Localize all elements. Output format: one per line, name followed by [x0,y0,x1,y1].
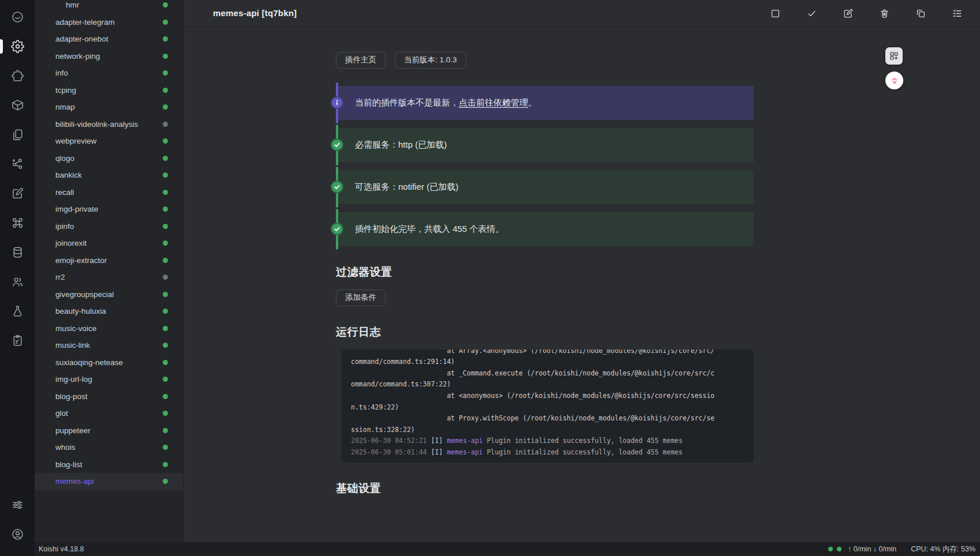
plugin-name: suxiaoqing-netease [55,358,163,367]
graph-icon[interactable] [0,149,35,179]
plugin-status-dot [163,2,168,7]
add-condition-button[interactable]: 添加条件 [336,290,386,306]
plugin-name: glot [55,409,163,418]
plugin-list-item[interactable]: info [35,65,183,82]
floating-avatar[interactable] [885,72,903,89]
plugin-list-item[interactable]: givegroupspecial [35,286,183,303]
status-bar-right: ↑ 0/min ↓ 0/min CPU: 4% 内存: 53% [828,544,975,554]
header-toolbar [765,0,967,27]
save-config-button[interactable] [801,3,822,24]
log-console[interactable]: at Array.<anonymous> (/root/koishi/node_… [342,350,754,463]
puzzle-icon[interactable] [0,61,35,91]
plugin-list-item[interactable]: music-link [35,337,183,354]
plugin-status-dot [163,292,168,297]
plugin-name: adapter-onebot [55,35,163,43]
main-header: memes-api [tq7bkn] [184,0,980,27]
alert-text: 当前的插件版本不是最新，点击前往依赖管理。 [355,97,537,108]
pages-icon[interactable] [0,120,35,149]
rail-bottom-items [0,490,35,556]
plugin-list-item[interactable]: tcping [35,82,183,99]
dependency-manager-link[interactable]: 点击前往依赖管理 [459,97,528,107]
plugin-name: qlogo [55,154,163,163]
plugin-list-item[interactable]: img-url-log [35,371,183,388]
plugin-list-item[interactable]: bilibili-videolink-analysis [35,116,183,133]
plugin-name: ipinfo [55,222,163,231]
bot-status-dot[interactable] [837,547,841,551]
plugin-list-item[interactable]: bankick [35,167,183,184]
plugin-list-item[interactable]: hmr [35,0,183,14]
plugin-list-item[interactable]: webpreview [35,133,183,150]
plugin-name: music-link [55,341,163,350]
remove-plugin-button[interactable] [874,3,895,24]
edit-square-icon[interactable] [0,179,35,208]
alert-text-suffix: 。 [528,97,537,107]
required-service-alert: 必需服务：http (已加载) [336,128,754,162]
plugin-list-item[interactable]: network-ping [35,48,183,65]
memory-usage: 内存: 53% [942,545,975,553]
bot-status-dot[interactable] [828,547,833,551]
command-icon[interactable] [0,208,35,238]
plugin-name: imgd-private [55,205,163,213]
plugin-status-dot [163,70,168,76]
plugin-list-item[interactable]: joinorexit [35,235,183,252]
nav-rail [0,0,35,556]
plugin-version-button[interactable]: 当前版本: 1.0.3 [395,52,466,69]
plugin-list-item[interactable]: memes-api [35,473,183,490]
plugin-status-dot [163,462,168,467]
log-line: at Array.<anonymous> (/root/koishi/node_… [351,350,745,357]
plugin-name: blog-list [55,460,163,469]
upload-rate: ↑ 0/min [848,545,871,553]
layout-toggle-button[interactable] [885,47,903,65]
stop-plugin-button[interactable] [765,3,786,24]
plugin-list-item[interactable]: whois [35,439,183,456]
plugin-list-item[interactable]: blog-post [35,388,183,405]
log-console-content: at Array.<anonymous> (/root/koishi/node_… [342,350,754,459]
plugin-status-dot [163,275,168,280]
gear-icon[interactable] [0,32,35,61]
plugin-list-item[interactable]: beauty-huluxia [35,303,183,320]
user-circle-icon[interactable] [0,520,35,549]
plugin-list-item[interactable]: imgd-private [35,201,183,218]
plugin-name: givegroupspecial [55,290,163,299]
clone-plugin-button[interactable] [910,3,931,24]
flask-icon[interactable] [0,296,35,326]
clipboard-check-icon[interactable] [0,326,35,355]
plugin-name: bilibili-videolink-analysis [55,120,163,129]
plugin-name: blog-post [55,392,163,401]
plugin-name: recall [55,188,163,197]
plugin-status-dot [163,428,168,433]
plugin-list-item[interactable]: blog-list [35,456,183,474]
plugin-home-button[interactable]: 插件主页 [336,52,386,69]
plugin-name: adapter-telegram [55,18,163,27]
plugin-list-item[interactable]: nmap [35,99,183,116]
plugin-list-item[interactable]: suxiaoqing-netease [35,354,183,371]
log-line: at <anonymous> (/root/koishi/node_module… [351,390,745,402]
database-icon[interactable] [0,238,35,267]
plugin-list-item[interactable]: emoji-extractor [35,252,183,269]
plugin-status-dot [163,138,168,144]
sliders-icon[interactable] [0,490,35,520]
plugin-status-dot [163,122,168,127]
log-line: n.ts:429:22) [351,402,745,414]
manage-plugin-button[interactable] [947,3,967,24]
rename-plugin-button[interactable] [837,3,858,24]
plugin-status-dot [163,377,168,382]
plugin-list-item[interactable]: recall [35,184,183,201]
plugin-list-item[interactable]: adapter-onebot [35,31,183,48]
run-logs-title: 运行日志 [336,325,754,340]
plugin-name: network-ping [55,52,163,61]
plugin-list-item[interactable]: glot [35,405,183,422]
plugin-status-dot [163,224,168,229]
box-icon[interactable] [0,91,35,120]
plugin-list-item[interactable]: rr2 [35,269,183,286]
users-icon[interactable] [0,267,35,296]
plugin-list-item[interactable]: qlogo [35,150,183,167]
alert-text: 插件初始化完毕，共载入 455 个表情。 [355,224,504,235]
plugin-list-item[interactable]: music-voice [35,320,183,337]
plugin-list-item[interactable]: puppeteer [35,422,183,439]
plugin-status-dot [163,206,168,212]
plugin-list-item[interactable]: ipinfo [35,218,183,235]
koishi-logo-icon[interactable] [0,2,35,32]
plugin-name: whois [55,443,163,452]
plugin-list-item[interactable]: adapter-telegram [35,14,183,31]
